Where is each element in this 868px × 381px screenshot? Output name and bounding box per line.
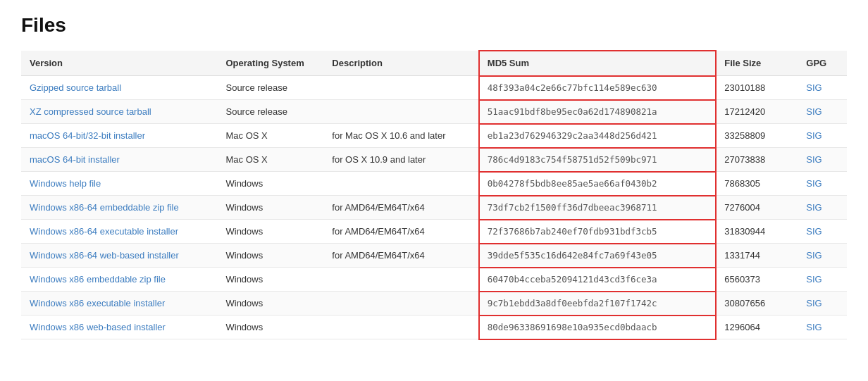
filesize-cell: 7276004 [716, 196, 798, 220]
filesize-cell: 7868305 [716, 172, 798, 196]
table-row: Windows x86-64 executable installerWindo… [21, 220, 847, 244]
os-cell: Windows [217, 220, 323, 244]
version-cell: Windows x86 executable installer [21, 292, 217, 316]
version-link[interactable]: Windows x86 embeddable zip file [30, 274, 166, 285]
version-link[interactable]: macOS 64-bit installer [30, 154, 120, 165]
version-link[interactable]: XZ compressed source tarball [30, 106, 151, 117]
os-cell: Mac OS X [217, 148, 323, 172]
os-cell: Windows [217, 268, 323, 292]
md5-cell: 786c4d9183c754f58751d52f509bc971 [479, 148, 717, 172]
md5-cell: 72f37686b7ab240ef70fdb931bdf3cb5 [479, 220, 717, 244]
os-cell: Source release [217, 76, 323, 100]
gpg-cell: SIG [798, 148, 847, 172]
filesize-cell: 27073838 [716, 148, 798, 172]
version-link[interactable]: Windows x86-64 executable installer [30, 226, 178, 237]
table-row: XZ compressed source tarballSource relea… [21, 100, 847, 124]
table-row: Windows x86 executable installerWindows9… [21, 292, 847, 316]
description-cell [323, 268, 478, 292]
files-table: Version Operating System Description MD5… [21, 51, 847, 339]
gpg-link[interactable]: SIG [806, 298, 822, 308]
md5-cell: 9c7b1ebdd3a8df0eebfda2f107f1742c [479, 292, 717, 316]
version-cell: Windows x86-64 executable installer [21, 220, 217, 244]
page-title: Files [21, 14, 847, 37]
md5-cell: 39dde5f535c16d642e84fc7a69f43e05 [479, 244, 717, 268]
version-cell: macOS 64-bit installer [21, 148, 217, 172]
gpg-link[interactable]: SIG [806, 178, 822, 189]
version-cell: Windows x86-64 embeddable zip file [21, 196, 217, 220]
header-md5: MD5 Sum [479, 51, 717, 76]
filesize-cell: 1296064 [716, 316, 798, 339]
gpg-cell: SIG [798, 244, 847, 268]
md5-cell: 51aac91bdf8be95ec0a62d174890821a [479, 100, 717, 124]
gpg-link[interactable]: SIG [806, 202, 822, 213]
filesize-cell: 33258809 [716, 124, 798, 148]
filesize-cell: 6560373 [716, 268, 798, 292]
version-link[interactable]: Windows x86-64 embeddable zip file [30, 202, 179, 213]
os-cell: Windows [217, 244, 323, 268]
gpg-link[interactable]: SIG [806, 322, 822, 332]
gpg-link[interactable]: SIG [806, 250, 822, 261]
gpg-cell: SIG [798, 124, 847, 148]
version-cell: macOS 64-bit/32-bit installer [21, 124, 217, 148]
gpg-link[interactable]: SIG [806, 274, 822, 285]
version-cell: XZ compressed source tarball [21, 100, 217, 124]
os-cell: Windows [217, 292, 323, 316]
table-header-row: Version Operating System Description MD5… [21, 51, 847, 76]
table-row: macOS 64-bit installerMac OS Xfor OS X 1… [21, 148, 847, 172]
md5-cell: 60470b4cceba52094121d43cd3f6ce3a [479, 268, 717, 292]
version-cell: Gzipped source tarball [21, 76, 217, 100]
gpg-link[interactable]: SIG [806, 226, 822, 237]
gpg-cell: SIG [798, 172, 847, 196]
filesize-cell: 31830944 [716, 220, 798, 244]
gpg-cell: SIG [798, 76, 847, 100]
description-cell: for AMD64/EM64T/x64 [323, 220, 478, 244]
version-link[interactable]: Windows x86 web-based installer [30, 322, 166, 332]
header-os: Operating System [217, 51, 323, 76]
md5-cell: eb1a23d762946329c2aa3448d256d421 [479, 124, 717, 148]
table-row: Gzipped source tarballSource release48f3… [21, 76, 847, 100]
table-row: Windows x86 web-based installerWindows80… [21, 316, 847, 339]
md5-cell: 73df7cb2f1500ff36d7dbeeac3968711 [479, 196, 717, 220]
filesize-cell: 17212420 [716, 100, 798, 124]
header-filesize: File Size [716, 51, 798, 76]
version-cell: Windows x86-64 web-based installer [21, 244, 217, 268]
gpg-link[interactable]: SIG [806, 154, 822, 165]
gpg-link[interactable]: SIG [806, 130, 822, 141]
gpg-link[interactable]: SIG [806, 106, 822, 117]
gpg-cell: SIG [798, 316, 847, 339]
description-cell [323, 76, 478, 100]
filesize-cell: 23010188 [716, 76, 798, 100]
version-cell: Windows help file [21, 172, 217, 196]
gpg-cell: SIG [798, 196, 847, 220]
description-cell: for Mac OS X 10.6 and later [323, 124, 478, 148]
description-cell: for AMD64/EM64T/x64 [323, 244, 478, 268]
version-link[interactable]: Gzipped source tarball [30, 82, 121, 93]
gpg-cell: SIG [798, 268, 847, 292]
table-row: Windows x86-64 embeddable zip fileWindow… [21, 196, 847, 220]
version-link[interactable]: Windows x86-64 web-based installer [30, 250, 179, 261]
gpg-cell: SIG [798, 292, 847, 316]
version-link[interactable]: Windows help file [30, 178, 101, 189]
os-cell: Windows [217, 196, 323, 220]
md5-cell: 48f393a04c2e66c77bfc114e589ec630 [479, 76, 717, 100]
md5-cell: 80de96338691698e10a935ecd0bdaacb [479, 316, 717, 339]
gpg-cell: SIG [798, 100, 847, 124]
table-row: Windows help fileWindows0b04278f5bdb8ee8… [21, 172, 847, 196]
header-version: Version [21, 51, 217, 76]
filesize-cell: 30807656 [716, 292, 798, 316]
description-cell: for AMD64/EM64T/x64 [323, 196, 478, 220]
table-row: Windows x86 embeddable zip fileWindows60… [21, 268, 847, 292]
table-row: macOS 64-bit/32-bit installerMac OS Xfor… [21, 124, 847, 148]
description-cell [323, 100, 478, 124]
version-link[interactable]: macOS 64-bit/32-bit installer [30, 130, 145, 141]
os-cell: Source release [217, 100, 323, 124]
header-gpg: GPG [798, 51, 847, 76]
description-cell [323, 172, 478, 196]
version-link[interactable]: Windows x86 executable installer [30, 298, 165, 308]
os-cell: Windows [217, 316, 323, 339]
version-cell: Windows x86 embeddable zip file [21, 268, 217, 292]
gpg-cell: SIG [798, 220, 847, 244]
description-cell [323, 316, 478, 339]
gpg-link[interactable]: SIG [806, 82, 822, 93]
os-cell: Mac OS X [217, 124, 323, 148]
